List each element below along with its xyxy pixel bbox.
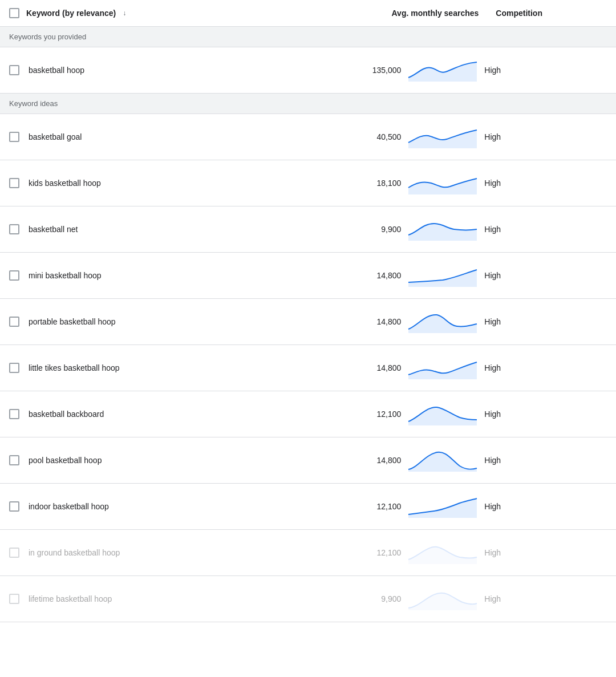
row-checkbox[interactable] (9, 270, 19, 281)
competition-text: High (484, 548, 501, 557)
keyword-text: indoor basketball hoop (29, 502, 109, 511)
competition-cell: High (484, 299, 616, 345)
competition-cell: High (484, 530, 616, 576)
keyword-cell: kids basketball hoop (0, 160, 311, 206)
searches-cell: 9,900 (311, 206, 484, 253)
row-checkbox[interactable] (9, 455, 19, 465)
table-row: basketball goal 40,500 High (0, 114, 616, 160)
competition-column-header: Competition (484, 0, 616, 27)
keyword-text: basketball goal (29, 132, 82, 141)
keyword-table-container: Keyword (by relevance) ↓ Avg. monthly se… (0, 0, 616, 622)
table-row: pool basketball hoop 14,800 High (0, 437, 616, 484)
searches-number: 40,500 (370, 132, 401, 141)
competition-cell: High (484, 114, 616, 160)
competition-text: High (484, 271, 501, 280)
competition-cell: High (484, 47, 616, 94)
trend-chart (406, 58, 480, 83)
searches-number: 14,800 (370, 456, 401, 465)
row-checkbox[interactable] (9, 409, 19, 419)
competition-text: High (484, 317, 501, 326)
row-checkbox[interactable] (9, 224, 19, 234)
trend-chart (406, 355, 480, 381)
keyword-text: little tikes basketball hoop (29, 363, 120, 372)
trend-chart (406, 586, 480, 612)
competition-text: High (484, 410, 501, 419)
competition-cell: High (484, 576, 616, 622)
keyword-cell: in ground basketball hoop (0, 530, 311, 576)
table-row: basketball backboard 12,100 High (0, 391, 616, 437)
competition-cell: High (484, 484, 616, 530)
competition-text: High (484, 179, 501, 188)
trend-chart (406, 124, 480, 150)
keyword-cell: lifetime basketball hoop (0, 576, 311, 622)
table-row: portable basketball hoop 14,800 High (0, 299, 616, 345)
table-row: basketball net 9,900 High (0, 206, 616, 253)
section-header-row: Keywords you provided (0, 27, 616, 47)
keyword-cell: pool basketball hoop (0, 437, 311, 484)
competition-cell: High (484, 253, 616, 299)
row-checkbox[interactable] (9, 548, 19, 558)
sort-arrow-icon[interactable]: ↓ (123, 9, 126, 17)
table-row: indoor basketball hoop 12,100 High (0, 484, 616, 530)
table-row: lifetime basketball hoop 9,900 High (0, 576, 616, 622)
select-all-checkbox[interactable] (9, 8, 19, 18)
searches-cell: 40,500 (311, 114, 484, 160)
searches-column-header: Avg. monthly searches (311, 0, 484, 27)
competition-text: High (484, 456, 501, 465)
searches-number: 14,800 (370, 363, 401, 372)
row-checkbox[interactable] (9, 501, 19, 512)
trend-chart (406, 171, 480, 196)
row-checkbox[interactable] (9, 132, 19, 142)
searches-number: 12,100 (370, 502, 401, 511)
searches-number: 14,800 (370, 271, 401, 280)
searches-cell: 14,800 (311, 345, 484, 391)
searches-number: 14,800 (370, 317, 401, 326)
keyword-text: basketball backboard (29, 410, 104, 419)
keyword-cell: mini basketball hoop (0, 253, 311, 299)
keyword-text: portable basketball hoop (29, 317, 116, 326)
competition-cell: High (484, 160, 616, 206)
competition-text: High (484, 363, 501, 372)
searches-cell: 12,100 (311, 391, 484, 437)
searches-cell: 14,800 (311, 253, 484, 299)
keyword-cell: basketball net (0, 206, 311, 253)
trend-chart (406, 263, 480, 289)
competition-text: High (484, 66, 501, 75)
table-row: mini basketball hoop 14,800 High (0, 253, 616, 299)
section-title: Keyword ideas (0, 94, 616, 114)
searches-number: 18,100 (370, 179, 401, 188)
table-row: kids basketball hoop 18,100 High (0, 160, 616, 206)
row-checkbox[interactable] (9, 317, 19, 327)
keyword-cell: basketball hoop (0, 47, 311, 94)
searches-cell: 135,000 (311, 47, 484, 94)
keyword-text: pool basketball hoop (29, 456, 102, 465)
competition-text: High (484, 594, 501, 603)
competition-text: High (484, 132, 501, 141)
row-checkbox[interactable] (9, 178, 19, 188)
keyword-cell: indoor basketball hoop (0, 484, 311, 530)
searches-number: 9,900 (370, 225, 401, 234)
searches-cell: 14,800 (311, 437, 484, 484)
trend-chart (406, 402, 480, 427)
searches-cell: 14,800 (311, 299, 484, 345)
keyword-text: mini basketball hoop (29, 271, 102, 280)
competition-cell: High (484, 345, 616, 391)
competition-cell: High (484, 437, 616, 484)
table-row: in ground basketball hoop 12,100 High (0, 530, 616, 576)
row-checkbox[interactable] (9, 65, 19, 75)
keyword-text: basketball hoop (29, 66, 84, 75)
competition-cell: High (484, 391, 616, 437)
competition-text: High (484, 502, 501, 511)
keyword-table: Keyword (by relevance) ↓ Avg. monthly se… (0, 0, 616, 622)
keyword-text: in ground basketball hoop (29, 548, 120, 557)
trend-chart (406, 448, 480, 473)
keyword-cell: little tikes basketball hoop (0, 345, 311, 391)
searches-number: 12,100 (370, 548, 401, 557)
table-row: little tikes basketball hoop 14,800 High (0, 345, 616, 391)
row-checkbox[interactable] (9, 594, 19, 604)
row-checkbox[interactable] (9, 363, 19, 373)
searches-cell: 12,100 (311, 530, 484, 576)
table-row: basketball hoop 135,000 High (0, 47, 616, 94)
section-header-row: Keyword ideas (0, 94, 616, 114)
keyword-text: basketball net (29, 225, 78, 234)
